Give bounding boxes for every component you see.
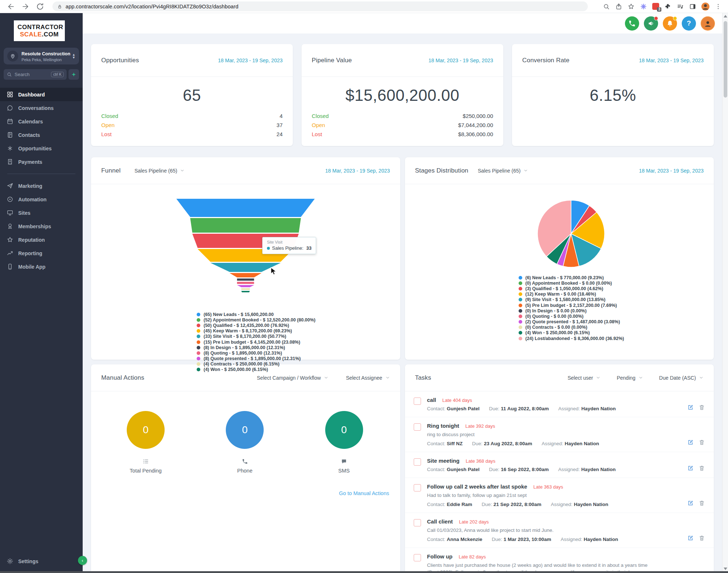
user-avatar[interactable]: [701, 16, 715, 31]
zoom-icon[interactable]: [603, 3, 610, 10]
edit-task-icon[interactable]: [687, 500, 694, 506]
stat-date-range[interactable]: 18 Mar, 2023 - 19 Sep, 2023: [429, 58, 493, 63]
reload-icon[interactable]: [36, 2, 44, 11]
task-checkbox[interactable]: [414, 484, 421, 491]
edit-task-icon[interactable]: [687, 535, 694, 541]
funnel-segment-quoting[interactable]: [136, 282, 355, 284]
tasks-sort-filter[interactable]: Due Date (ASC): [659, 375, 704, 381]
stat-date-range[interactable]: 18 Mar, 2023 - 19 Sep, 2023: [218, 58, 283, 63]
tooltip-stage: Site Visit: [267, 240, 311, 244]
task-row[interactable]: Call clientLate 202 daysCall 01/03/2023,…: [405, 513, 714, 548]
task-checkbox[interactable]: [414, 398, 421, 405]
sidebar-collapse-button[interactable]: ‹: [78, 556, 87, 565]
stages-pipeline-selector[interactable]: Sales Pipeline (65): [478, 168, 528, 174]
sidebar-item-reporting[interactable]: Reporting: [0, 246, 83, 260]
funnel-segment-quote-presented[interactable]: [136, 285, 355, 287]
search-input[interactable]: [15, 72, 40, 77]
funnel-tooltip: Site Visit Sales Pipeline:33: [262, 237, 316, 254]
sidebar-item-dashboard[interactable]: Dashboard: [0, 88, 83, 101]
back-icon[interactable]: [7, 2, 15, 11]
extensions-puzzle-icon[interactable]: [664, 3, 672, 10]
task-row[interactable]: callLate 404 daysContact:Gunjesh PatelDu…: [405, 391, 714, 417]
funnel-segment-new-leads[interactable]: [136, 199, 355, 217]
sidebar-item-opportunities[interactable]: Opportunities: [0, 142, 83, 155]
phone-header-icon[interactable]: [625, 16, 639, 31]
delete-task-icon[interactable]: [699, 404, 705, 411]
funnel-segment-qualified[interactable]: [136, 234, 355, 248]
bookmark-star-icon[interactable]: [627, 3, 635, 10]
url-bar[interactable]: app.contractorscale.com/v2/location/Pvi4…: [52, 1, 588, 11]
task-checkbox[interactable]: [414, 554, 421, 561]
browser-menu-kebab-icon[interactable]: [715, 3, 722, 10]
task-checkbox[interactable]: [414, 458, 421, 466]
scrollbar-thumb[interactable]: [724, 21, 727, 98]
funnel-date-range[interactable]: 18 Mar, 2023 - 19 Sep, 2023: [325, 168, 390, 174]
sidebar-item-conversations[interactable]: Conversations: [0, 101, 83, 115]
sidebar-item-reputation[interactable]: Reputation: [0, 233, 83, 246]
funnel-pipeline-selector[interactable]: Sales Pipeline (65): [134, 168, 185, 174]
scroll-up-arrow[interactable]: [724, 15, 727, 17]
delete-task-icon[interactable]: [699, 465, 705, 471]
sidebar-item-contacts[interactable]: Contacts: [0, 128, 83, 142]
stat-date-range[interactable]: 18 Mar, 2023 - 19 Sep, 2023: [639, 58, 704, 63]
scroll-down-arrow[interactable]: [724, 568, 727, 570]
sidebar-item-payments[interactable]: Payments: [0, 155, 83, 169]
campaign-workflow-filter[interactable]: Select Campaign / Workflow: [257, 375, 328, 381]
task-row[interactable]: Follow upLate 82 daysClients have just p…: [405, 548, 714, 573]
funnel-segment-in-design[interactable]: [136, 278, 355, 281]
extension-flower-icon[interactable]: [640, 3, 647, 10]
task-row[interactable]: Site meetingLate 368 daysContact:Gunjesh…: [405, 452, 714, 478]
sidebar-item-sites[interactable]: Sites: [0, 206, 83, 220]
announcements-megaphone-icon[interactable]: [644, 16, 658, 31]
tasks-status-filter[interactable]: Pending: [617, 375, 643, 381]
legend-swatch: [519, 315, 522, 318]
manual-action-count[interactable]: 0: [226, 411, 264, 449]
funnel-segment-site-visit[interactable]: [136, 263, 355, 272]
url-text[interactable]: app.contractorscale.com/v2/location/Pvi4…: [66, 4, 239, 9]
sidebar-search[interactable]: ctrl K: [4, 69, 67, 80]
page-scrollbar[interactable]: [722, 13, 728, 573]
task-checkbox[interactable]: [414, 423, 421, 431]
legend-item-pre-lim-budget: (5) Pre Lim budget - $ 2,157,200.00 (7.6…: [519, 303, 624, 308]
manual-action-count[interactable]: 0: [127, 411, 165, 449]
stages-date-range[interactable]: 18 Mar, 2023 - 19 Sep, 2023: [639, 168, 704, 174]
sidebar-item-marketing[interactable]: Marketing: [0, 179, 83, 193]
help-icon[interactable]: ?: [682, 16, 696, 31]
lock-icon: [57, 4, 63, 9]
tasks-user-filter[interactable]: Select user: [567, 375, 601, 381]
sidebar-item-settings[interactable]: Settings: [0, 554, 83, 568]
playlist-icon[interactable]: [677, 3, 684, 10]
manual-action-count[interactable]: 0: [325, 411, 363, 449]
task-row[interactable]: Follow up call 2 weeks after last spokeL…: [405, 478, 714, 513]
sidebar-item-memberships[interactable]: Memberships: [0, 220, 83, 233]
funnel-segment-won[interactable]: [136, 291, 355, 292]
quick-actions-button[interactable]: [68, 69, 79, 80]
edit-task-icon[interactable]: [687, 439, 694, 446]
funnel-segment-pre-lim-budget[interactable]: [136, 273, 355, 277]
extension-red-icon[interactable]: 3: [652, 3, 659, 10]
funnel-segment-appointment-booked[interactable]: [136, 218, 355, 233]
notifications-bell-icon[interactable]: [663, 16, 677, 31]
task-checkbox[interactable]: [414, 519, 421, 526]
funnel-segment-contracts[interactable]: [136, 288, 355, 290]
edit-task-icon[interactable]: [687, 404, 694, 411]
sidebar-item-automation[interactable]: Automation: [0, 193, 83, 206]
funnel-segment-keep-warm[interactable]: [136, 249, 355, 262]
legend-item-quote-presented: (8) Quote presented - $ 1,895,000.00 (12…: [197, 356, 315, 361]
side-panel-icon[interactable]: [689, 3, 696, 10]
go-to-manual-actions-link[interactable]: Go to Manual Actions: [91, 474, 400, 496]
location-selector[interactable]: Resolute Construction Peka Peka, Welling…: [4, 48, 79, 64]
browser-profile-avatar[interactable]: [701, 3, 709, 11]
chevron-down-icon: [596, 375, 601, 380]
forward-icon[interactable]: [21, 2, 30, 11]
share-icon[interactable]: [615, 3, 622, 10]
sidebar-item-calendars[interactable]: Calendars: [0, 115, 83, 128]
payments-icon: [7, 158, 13, 165]
delete-task-icon[interactable]: [699, 535, 705, 541]
assignee-filter[interactable]: Select Assignee: [346, 375, 390, 381]
delete-task-icon[interactable]: [699, 500, 705, 506]
delete-task-icon[interactable]: [699, 439, 705, 446]
edit-task-icon[interactable]: [687, 465, 694, 471]
task-row[interactable]: Ring tonightLate 392 daysring to discuss…: [405, 417, 714, 452]
sidebar-item-mobile-app[interactable]: Mobile App: [0, 260, 83, 273]
